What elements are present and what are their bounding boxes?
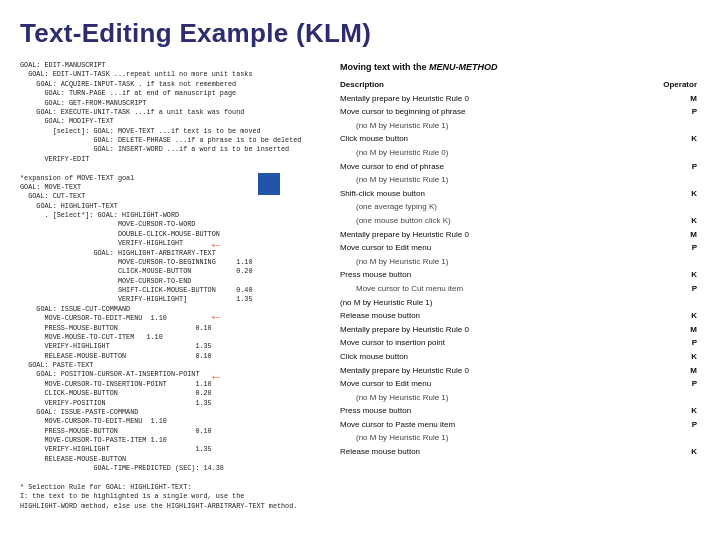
table-row: Mentally prepare by Heuristic Rule 0M — [340, 92, 700, 106]
table-row: Click mouse buttonK — [340, 132, 700, 146]
table-row: Move cursor to beginning of phraseP — [340, 105, 700, 119]
row-operator — [646, 119, 700, 133]
row-operator: M — [646, 228, 700, 242]
row-desc: Press mouse button — [340, 404, 646, 418]
row-desc: (no M by Heuristic Rule 1) — [340, 296, 646, 310]
row-operator: K — [646, 350, 700, 364]
row-operator — [646, 173, 700, 187]
row-operator — [646, 146, 700, 160]
table-row: Move cursor to Paste menu itemP — [340, 418, 700, 432]
row-operator: K — [646, 132, 700, 146]
row-desc: Move cursor to beginning of phrase — [340, 105, 646, 119]
left-panel: GOAL: EDIT-MANUSCRIPT GOAL: EDIT-UNIT-TA… — [20, 61, 330, 523]
right-panel-title: Moving text with the MENU-METHOD — [340, 61, 700, 74]
row-desc: (no M by Heuristic Rule 1) — [340, 173, 646, 187]
row-desc: Move cursor to Edit menu — [340, 377, 646, 391]
row-desc: Mentally prepare by Heuristic Rule 0 — [340, 323, 646, 337]
arrow-cut: ← — [212, 236, 220, 255]
col-header-op: Operator — [646, 78, 700, 92]
table-row: Release mouse buttonK — [340, 309, 700, 323]
row-desc: Mentally prepare by Heuristic Rule 0 — [340, 92, 646, 106]
row-desc: Press mouse button — [340, 268, 646, 282]
row-desc: (no M by Heuristic Rule 1) — [340, 255, 646, 269]
table-row: (no M by Heuristic Rule 1) — [340, 391, 700, 405]
row-desc: Shift-click mouse button — [340, 187, 646, 201]
row-operator — [646, 391, 700, 405]
table-row: Move cursor to Cut menu itemP — [340, 282, 700, 296]
table-row: (no M by Heuristic Rule 1) — [340, 431, 700, 445]
row-operator — [646, 200, 700, 214]
row-operator — [646, 255, 700, 269]
row-operator: K — [646, 214, 700, 228]
table-row: Mentally prepare by Heuristic Rule 0M — [340, 323, 700, 337]
table-row: Move cursor to Edit menuP — [340, 377, 700, 391]
table-row: Move cursor to end of phraseP — [340, 160, 700, 174]
table-row: Click mouse buttonK — [340, 350, 700, 364]
row-desc: Click mouse button — [340, 350, 646, 364]
table-row: Shift-click mouse buttonK — [340, 187, 700, 201]
row-desc: Release mouse button — [340, 309, 646, 323]
row-operator: K — [646, 309, 700, 323]
row-desc: (one mouse button click K) — [340, 214, 646, 228]
table-row: (no M by Heuristic Rule 1) — [340, 296, 700, 310]
operator-table: Description Operator Mentally prepare by… — [340, 78, 700, 459]
page: Text-Editing Example (KLM) GOAL: EDIT-MA… — [0, 0, 720, 540]
row-operator: P — [646, 377, 700, 391]
table-row: (one average typing K) — [340, 200, 700, 214]
table-row: Mentally prepare by Heuristic Rule 0M — [340, 364, 700, 378]
arrow-paste: ← — [212, 308, 220, 327]
arrow-pos: ← — [212, 368, 220, 387]
row-desc: Click mouse button — [340, 132, 646, 146]
row-operator: M — [646, 92, 700, 106]
row-desc: Mentally prepare by Heuristic Rule 0 — [340, 228, 646, 242]
row-operator: K — [646, 445, 700, 459]
row-operator: K — [646, 268, 700, 282]
row-operator: P — [646, 105, 700, 119]
content-area: GOAL: EDIT-MANUSCRIPT GOAL: EDIT-UNIT-TA… — [20, 61, 700, 523]
table-row: Mentally prepare by Heuristic Rule 0M — [340, 228, 700, 242]
method-name: MENU-METHOD — [429, 62, 498, 72]
row-operator: M — [646, 323, 700, 337]
row-desc: (no M by Heuristic Rule 1) — [340, 391, 646, 405]
row-desc: Release mouse button — [340, 445, 646, 459]
table-row: Release mouse buttonK — [340, 445, 700, 459]
row-operator — [646, 431, 700, 445]
row-operator: P — [646, 418, 700, 432]
blue-rect-marker — [258, 173, 280, 195]
table-row: (no M by Heuristic Rule 1) — [340, 255, 700, 269]
row-operator: P — [646, 241, 700, 255]
row-desc: Mentally prepare by Heuristic Rule 0 — [340, 364, 646, 378]
table-row: (one mouse button click K)K — [340, 214, 700, 228]
code-block: GOAL: EDIT-MANUSCRIPT GOAL: EDIT-UNIT-TA… — [20, 61, 330, 511]
row-desc: (no M by Heuristic Rule 1) — [340, 119, 646, 133]
table-row: Press mouse buttonK — [340, 404, 700, 418]
row-desc: Move cursor to Edit menu — [340, 241, 646, 255]
table-row: (no M by Heuristic Rule 0) — [340, 146, 700, 160]
row-operator: P — [646, 282, 700, 296]
row-desc: (no M by Heuristic Rule 0) — [340, 146, 646, 160]
row-desc: (one average typing K) — [340, 200, 646, 214]
row-operator — [646, 296, 700, 310]
right-panel: Moving text with the MENU-METHOD Descrip… — [340, 61, 700, 523]
row-operator: P — [646, 160, 700, 174]
row-operator: M — [646, 364, 700, 378]
table-row: (no M by Heuristic Rule 1) — [340, 119, 700, 133]
col-header-desc: Description — [340, 78, 646, 92]
table-row: Move cursor to insertion pointP — [340, 336, 700, 350]
table-row: Move cursor to Edit menuP — [340, 241, 700, 255]
row-desc: (no M by Heuristic Rule 1) — [340, 431, 646, 445]
page-title: Text-Editing Example (KLM) — [20, 18, 700, 49]
row-desc: Move cursor to Cut menu item — [340, 282, 646, 296]
row-operator: K — [646, 187, 700, 201]
table-row: Press mouse buttonK — [340, 268, 700, 282]
row-operator: K — [646, 404, 700, 418]
row-desc: Move cursor to Paste menu item — [340, 418, 646, 432]
row-desc: Move cursor to end of phrase — [340, 160, 646, 174]
row-desc: Move cursor to insertion point — [340, 336, 646, 350]
row-operator: P — [646, 336, 700, 350]
table-row: (no M by Heuristic Rule 1) — [340, 173, 700, 187]
